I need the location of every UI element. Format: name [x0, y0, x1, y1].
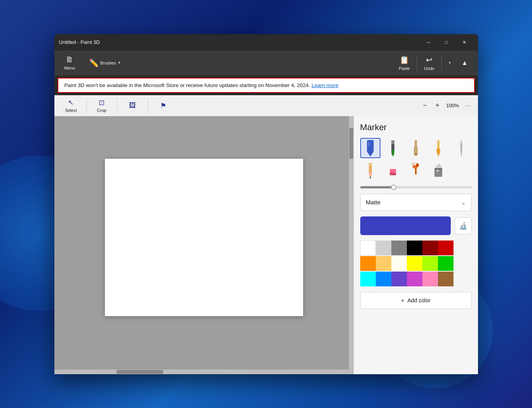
color-cyan[interactable]	[360, 272, 376, 286]
tb-sep-3	[148, 99, 148, 113]
palette-row-1	[360, 241, 472, 255]
svg-point-26	[416, 163, 419, 167]
active-color-swatch[interactable]	[360, 216, 451, 235]
color-gray[interactable]	[391, 241, 407, 255]
brush-pencil[interactable]	[360, 160, 380, 181]
add-color-label: Add color	[408, 297, 431, 303]
marker-icon	[363, 139, 377, 157]
spray-icon	[409, 162, 423, 179]
svg-marker-21	[370, 177, 371, 179]
eraser-pink-icon	[386, 162, 400, 179]
image-icon: 🖼	[129, 101, 136, 110]
horizontal-scrollbar[interactable]	[54, 370, 349, 374]
brush-eraser-pink[interactable]	[383, 160, 403, 181]
tb-sep-1	[86, 99, 87, 113]
brush-spray[interactable]	[406, 160, 426, 181]
undo-icon: ↩	[426, 55, 433, 65]
zoom-in-button[interactable]: +	[432, 100, 443, 111]
svg-point-28	[413, 162, 415, 164]
select-icon: ↖	[68, 98, 74, 107]
svg-rect-14	[460, 140, 462, 143]
texture-dropdown[interactable]: Matte ⌄	[360, 194, 472, 211]
eyedropper-icon: 🔬	[459, 221, 467, 230]
collapse-icon: ▲	[462, 59, 468, 66]
color-pink[interactable]	[422, 272, 438, 286]
image-button[interactable]: 🖼	[119, 99, 146, 112]
svg-point-11	[436, 148, 440, 154]
canvas-wrapper	[105, 159, 303, 316]
canvas[interactable]	[105, 159, 303, 316]
dropdown-chevron-icon: ⌄	[461, 199, 466, 206]
flag-button[interactable]: ⚑	[150, 99, 177, 112]
main-area: Marker	[54, 116, 478, 374]
brush-watercolor[interactable]	[428, 138, 448, 158]
add-color-icon: +	[401, 297, 404, 303]
undo-button[interactable]: ↩ Undo	[420, 54, 438, 72]
maximize-button[interactable]: □	[438, 36, 455, 49]
crop-button[interactable]: ⊡ Crop	[88, 96, 115, 115]
color-lightorange[interactable]	[376, 256, 391, 271]
color-darkred[interactable]	[422, 241, 438, 255]
brush-oil[interactable]	[406, 138, 426, 158]
paste-label: Paste	[399, 66, 410, 71]
brushes-button[interactable]: ✏️ Brushes ▾	[85, 57, 124, 69]
add-color-button[interactable]: + Add color	[360, 292, 472, 309]
svg-marker-32	[434, 168, 442, 170]
color-ivory[interactable]	[391, 256, 407, 271]
eyedropper-button[interactable]: 🔬	[455, 217, 472, 234]
svg-rect-4	[391, 140, 394, 144]
color-brown[interactable]	[438, 272, 454, 286]
svg-point-9	[414, 153, 418, 156]
color-yellow[interactable]	[407, 256, 422, 271]
collapse-button[interactable]: ▲	[458, 58, 472, 68]
window-title: Untitled - Paint 3D	[59, 39, 420, 45]
color-orange[interactable]	[360, 256, 376, 271]
notification-bar: Paint 3D won't be available in the Micro…	[58, 78, 475, 93]
zoom-out-button[interactable]: −	[420, 100, 431, 111]
pencil-icon	[363, 162, 377, 179]
brush-pencil-thin[interactable]	[451, 138, 471, 158]
color-black[interactable]	[407, 241, 422, 255]
color-green[interactable]	[438, 256, 454, 271]
h-scrollbar-thumb[interactable]	[117, 370, 163, 374]
v-scrollbar-thumb[interactable]	[349, 128, 353, 159]
brush-fill[interactable]	[428, 160, 448, 181]
size-slider-thumb[interactable]	[391, 185, 396, 190]
canvas-area[interactable]	[54, 116, 354, 374]
close-button[interactable]: ✕	[455, 36, 473, 49]
size-slider[interactable]	[360, 186, 472, 188]
color-magenta[interactable]	[407, 272, 422, 286]
zoom-area: − + 100%	[420, 100, 461, 111]
zoom-level: 100%	[445, 103, 461, 108]
color-red[interactable]	[438, 241, 454, 255]
learn-more-link[interactable]: Learn more	[312, 82, 338, 88]
menu-bar: 🗎 Menu ✏️ Brushes ▾ 📋 Paste ↩ Undo ▾ ▲	[54, 51, 478, 75]
color-purple[interactable]	[391, 272, 407, 286]
quick-access-dropdown[interactable]: ▾	[445, 59, 455, 66]
brush-marker[interactable]	[360, 138, 380, 158]
panel-title: Marker	[360, 122, 472, 133]
color-blue[interactable]	[376, 272, 391, 286]
svg-point-29	[412, 163, 412, 164]
color-lightgray[interactable]	[376, 241, 391, 255]
flag-icon: ⚑	[160, 101, 166, 110]
more-options-button[interactable]: ···	[462, 99, 475, 112]
menu-button[interactable]: 🗎 Menu	[61, 54, 79, 72]
svg-rect-10	[437, 140, 440, 149]
undo-label: Undo	[424, 66, 434, 71]
vertical-scrollbar[interactable]	[349, 116, 354, 374]
svg-point-27	[412, 164, 413, 165]
watercolor-icon	[431, 139, 445, 157]
paste-button[interactable]: 📋 Paste	[395, 54, 413, 72]
qa-dropdown-icon: ▾	[449, 61, 451, 65]
select-button[interactable]: ↖ Select	[58, 96, 85, 115]
menu-sep-2	[441, 55, 442, 71]
palette-row-2	[360, 256, 472, 271]
brush-calligraphy[interactable]	[383, 138, 403, 158]
svg-rect-2	[368, 142, 370, 146]
color-yellowgreen[interactable]	[422, 256, 438, 271]
svg-rect-23	[390, 173, 396, 175]
menu-label: Menu	[65, 66, 75, 70]
color-white[interactable]	[360, 241, 376, 255]
minimize-button[interactable]: ─	[420, 36, 438, 49]
